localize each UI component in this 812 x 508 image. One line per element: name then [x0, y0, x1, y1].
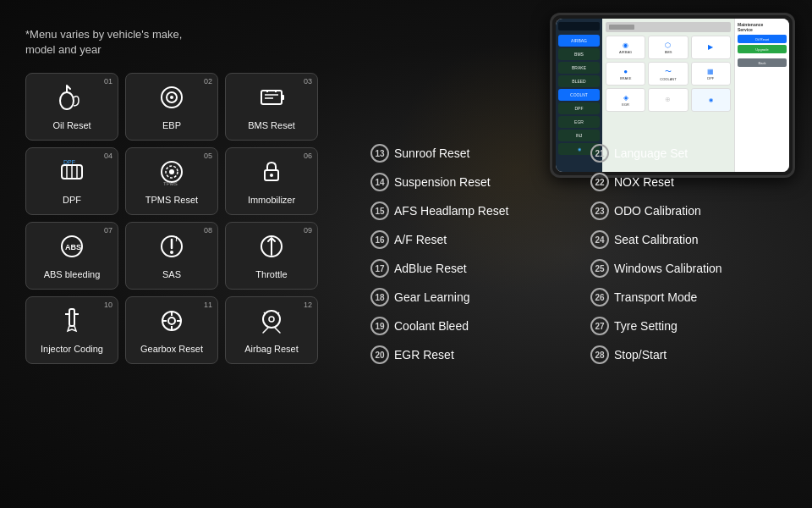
service-item: 19Coolant Bleed [364, 312, 584, 340]
icon-item-tpms-reset: 05TPMSTPMS Reset [125, 147, 218, 215]
service-number: 26 [590, 288, 609, 306]
service-item: 20EGR Reset [364, 340, 584, 369]
svg-point-0 [60, 92, 74, 109]
icon-label: ABS bleeding [44, 269, 101, 280]
icon-number: 09 [304, 226, 312, 235]
icon-item-bms-reset: 03BMS Reset [225, 73, 318, 141]
service-name: A/F Reset [394, 233, 447, 246]
service-item: 15AFS Headlamp Reset [364, 196, 584, 225]
main-content: *Menu varies by vehicle's make, model an… [0, 0, 812, 508]
icon-item-abs-bleeding: 07ABSABS bleeding [25, 222, 118, 290]
icon-label: Immobilizer [248, 195, 295, 206]
service-name: NOX Reset [614, 175, 674, 189]
icon-image [256, 82, 287, 117]
service-item: 28Stop/Start [584, 340, 804, 369]
icon-label: Gearbox Reset [140, 344, 203, 355]
icon-item-dpf: 04DPFDPF [25, 147, 118, 215]
service-number: 20 [370, 345, 389, 364]
icon-number: 01 [104, 77, 112, 86]
service-name: AFS Headlamp Reset [394, 204, 508, 218]
icon-label: Injector Coding [41, 344, 103, 355]
service-number: 21 [590, 144, 609, 163]
icon-number: 06 [304, 152, 312, 160]
service-item: 17AdBlue Reset [364, 254, 584, 283]
service-name: EGR Reset [394, 348, 454, 362]
right-panel: 13Sunroof Reset14Suspension Reset15AFS H… [355, 0, 812, 508]
service-item: 18Gear Learning [364, 283, 584, 312]
icon-item-airbag-reset: 12Airbag Reset [225, 296, 318, 364]
icon-label: Airbag Reset [244, 344, 299, 355]
service-name: AdBlue Reset [394, 262, 467, 275]
service-name: Windows Calibration [614, 262, 722, 275]
service-item: 24Seat Calibration [584, 225, 804, 254]
icon-label: Throttle [255, 269, 287, 280]
service-name: Stop/Start [614, 348, 667, 362]
service-name: Seat Calibration [614, 233, 699, 246]
icon-item-ebp: 02EBP [125, 73, 218, 141]
services-columns: 13Sunroof Reset14Suspension Reset15AFS H… [364, 139, 804, 369]
service-name: Sunroof Reset [394, 146, 470, 160]
service-name: Gear Learning [394, 290, 470, 304]
icon-number: 02 [204, 77, 212, 86]
icon-image: ! [156, 231, 187, 266]
icon-number: 11 [204, 301, 212, 309]
icon-number: 12 [304, 301, 312, 309]
svg-point-31 [168, 318, 175, 324]
icon-image [57, 82, 87, 117]
service-number: 25 [590, 259, 609, 278]
service-name: Language Set [614, 146, 688, 160]
icon-grid: 01Oil Reset02EBP03BMS Reset04DPFDPF05TPM… [25, 73, 338, 364]
icon-item-oil-reset: 01Oil Reset [25, 73, 118, 141]
icon-image: TPMS [156, 157, 187, 191]
icon-image [57, 306, 87, 340]
service-number: 15 [370, 202, 389, 220]
icon-number: 05 [204, 152, 212, 160]
icon-number: 03 [304, 77, 312, 86]
icon-item-gearbox-reset: 11Gearbox Reset [125, 296, 218, 364]
service-number: 22 [590, 173, 609, 191]
service-number: 13 [370, 144, 389, 163]
service-number: 18 [370, 288, 389, 306]
svg-rect-5 [282, 95, 284, 100]
service-number: 16 [370, 230, 389, 249]
service-name: Coolant Bleed [394, 319, 469, 333]
icon-label: Oil Reset [52, 120, 91, 131]
service-number: 19 [370, 317, 389, 335]
service-item: 23ODO Calibration [584, 196, 804, 225]
icon-item-sas: 08!SAS [125, 222, 218, 290]
service-number: 14 [370, 173, 389, 191]
svg-text:TPMS: TPMS [163, 181, 178, 186]
icon-number: 07 [104, 226, 112, 235]
title-subtitle: *Menu varies by vehicle's make, model an… [25, 27, 338, 58]
icon-number: 04 [104, 152, 112, 160]
service-item: 13Sunroof Reset [364, 139, 584, 168]
service-item: 21Language Set [584, 139, 804, 168]
svg-point-24 [170, 251, 173, 254]
service-number: 17 [370, 259, 389, 278]
icon-number: 10 [104, 301, 112, 309]
icon-image [256, 306, 287, 340]
svg-rect-4 [261, 91, 282, 104]
icon-item-injector-coding: 10Injector Coding [25, 296, 118, 364]
services-col-right: 21Language Set22NOX Reset23ODO Calibrati… [584, 139, 804, 369]
left-panel: *Menu varies by vehicle's make, model an… [0, 0, 355, 508]
service-item: 25Windows Calibration [584, 254, 804, 283]
icon-label: DPF [63, 195, 81, 206]
icon-image: DPF [57, 157, 87, 191]
icon-label: TPMS Reset [145, 195, 198, 206]
icon-item-immobilizer: 06Immobilizer [225, 147, 318, 215]
icon-number: 08 [204, 226, 212, 235]
service-number: 24 [590, 230, 609, 249]
icon-image: ABS [57, 231, 87, 266]
service-number: 23 [590, 202, 609, 220]
svg-point-3 [170, 96, 173, 99]
services-col-left: 13Sunroof Reset14Suspension Reset15AFS H… [364, 139, 584, 369]
svg-text:ABS: ABS [65, 243, 81, 251]
svg-point-17 [169, 169, 174, 174]
service-item: 22NOX Reset [584, 168, 804, 196]
icon-label: EBP [162, 120, 181, 131]
service-name: Suspension Reset [394, 175, 491, 189]
service-name: ODO Calibration [614, 204, 701, 218]
service-item: 14Suspension Reset [364, 168, 584, 196]
service-number: 27 [590, 317, 609, 335]
